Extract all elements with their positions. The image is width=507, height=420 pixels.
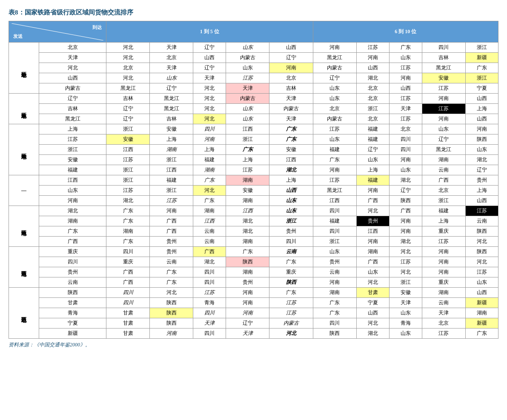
- table-cell: 黑龙江: [422, 145, 465, 155]
- table-cell: 江苏: [106, 155, 150, 165]
- city-cell: 福建: [39, 165, 106, 175]
- table-cell: 广东: [269, 124, 313, 134]
- table-cell: 贵州: [465, 175, 498, 186]
- city-cell: 四川: [39, 257, 106, 267]
- table-cell: 山东: [465, 145, 498, 155]
- table-cell: 山东: [389, 165, 422, 175]
- table-cell: 广西: [193, 247, 226, 257]
- table-cell: 宁夏: [465, 83, 498, 94]
- table-cell: 上海: [356, 165, 389, 175]
- table-cell: 江苏: [269, 298, 313, 308]
- table-cell: 江西: [226, 206, 269, 216]
- table-cell: 吉林: [150, 114, 193, 124]
- table-cell: 云南: [465, 216, 498, 226]
- table-cell: 陕西: [269, 277, 313, 288]
- table-cell: 浙江: [106, 124, 150, 134]
- table-cell: 福建: [356, 175, 389, 186]
- table-row: 宁夏甘肃陕西天津辽宁内蒙古四川河北青海北京新疆: [9, 318, 498, 329]
- table-cell: 辽宁: [269, 53, 313, 63]
- svg-line-0: [11, 23, 103, 40]
- table-row: 湖南广东广西江西湖北浙江福建贵州河南上海云南: [9, 216, 498, 226]
- table-cell: 广东: [106, 216, 150, 226]
- table-cell: 云南: [422, 298, 465, 308]
- table-cell: 河南: [389, 155, 422, 165]
- city-cell: 安徽: [39, 155, 106, 165]
- table-cell: 河北: [106, 73, 150, 83]
- table-cell: 北京: [150, 53, 193, 63]
- table-cell: 河南: [389, 226, 422, 237]
- city-cell: 云南: [39, 277, 106, 288]
- table-cell: 陕西: [465, 247, 498, 257]
- city-cell: 北京: [39, 43, 106, 53]
- table-cell: 浙江: [269, 216, 313, 226]
- table-row: 山西河北山东天津江苏北京辽宁湖北河南安徽浙江: [9, 73, 498, 83]
- table-cell: 四川: [269, 237, 313, 247]
- table-cell: 河南: [465, 124, 498, 134]
- table-cell: 四川: [193, 277, 226, 288]
- table-cell: 河南: [422, 114, 465, 124]
- table-cell: 重庆: [269, 267, 313, 277]
- table-cell: 河北: [193, 104, 226, 114]
- table-cell: 山东: [356, 267, 389, 277]
- table-cell: 山西: [389, 83, 422, 94]
- city-cell: 江苏: [39, 134, 106, 145]
- table-cell: 山东: [226, 114, 269, 124]
- table-cell: 湖北: [356, 73, 389, 83]
- table-cell: 湖北: [389, 237, 422, 247]
- table-cell: 山东: [269, 206, 313, 216]
- city-cell: 新疆: [39, 329, 106, 339]
- city-cell: 上海: [39, 124, 106, 134]
- table-cell: 河北: [193, 186, 226, 196]
- table-cell: 江苏: [465, 267, 498, 277]
- table-cell: 江苏: [313, 175, 356, 186]
- city-cell: 浙江: [39, 145, 106, 155]
- table-cell: 浙江: [313, 237, 356, 247]
- table-cell: 山东: [389, 53, 422, 63]
- table-cell: 江苏: [106, 186, 150, 196]
- table-cell: 江苏: [422, 104, 465, 114]
- table-cell: 江西: [356, 226, 389, 237]
- table-cell: 天津: [150, 43, 193, 53]
- table-row: 东北地区辽宁吉林黑龙江河北内蒙古天津山东北京江苏河南山西: [9, 94, 498, 104]
- table-row: 吉林辽宁黑龙江河北山东内蒙古北京浙江天津江苏上海: [9, 104, 498, 114]
- table-cell: 甘肃: [356, 288, 389, 298]
- table-cell: 重庆: [106, 257, 150, 267]
- city-cell: 内蒙古: [39, 83, 106, 94]
- table-cell: 陕西: [150, 318, 193, 329]
- city-cell: 山东: [39, 186, 106, 196]
- table-cell: 河北: [269, 329, 313, 339]
- table-cell: 山东: [356, 155, 389, 165]
- region-cell: 西北地区: [9, 288, 39, 339]
- table-cell: 河南: [356, 53, 389, 63]
- table-cell: 浙江: [356, 104, 389, 114]
- table-cell: 江西: [313, 196, 356, 206]
- table-cell: 贵州: [150, 237, 193, 247]
- table-cell: 河南: [422, 247, 465, 257]
- table-cell: 湖南: [422, 288, 465, 298]
- table-cell: 广东: [106, 206, 150, 216]
- table-cell: 湖南: [226, 196, 269, 206]
- table-cell: 安徽: [226, 186, 269, 196]
- table-cell: 湖南: [226, 267, 269, 277]
- table-row: 新疆甘肃河南四川天津河北陕西湖北山东江苏广东: [9, 329, 498, 339]
- table-cell: 安徽: [106, 134, 150, 145]
- table-cell: 广西: [422, 175, 465, 186]
- table-cell: 贵州: [356, 216, 389, 226]
- table-cell: 辽宁: [422, 134, 465, 145]
- table-cell: 宁夏: [356, 298, 389, 308]
- table-row: 安徽江苏浙江福建上海江西广东山东河南湖南湖北: [9, 155, 498, 165]
- table-cell: 云南: [193, 226, 226, 237]
- table-cell: 江苏: [269, 308, 313, 318]
- table-cell: 山东: [313, 134, 356, 145]
- table-cell: 山西: [269, 186, 313, 196]
- table-cell: 上海: [465, 186, 498, 196]
- table-cell: 湖南: [226, 237, 269, 247]
- table-cell: 浙江: [389, 277, 422, 288]
- city-cell: 陕西: [39, 288, 106, 298]
- table-cell: 河北: [389, 247, 422, 257]
- table-cell: 湖北: [193, 257, 226, 267]
- region-cell: 中南地区: [9, 206, 39, 247]
- table-cell: 江苏: [389, 257, 422, 267]
- table-cell: 黑龙江: [422, 63, 465, 73]
- table-cell: 广东: [313, 155, 356, 165]
